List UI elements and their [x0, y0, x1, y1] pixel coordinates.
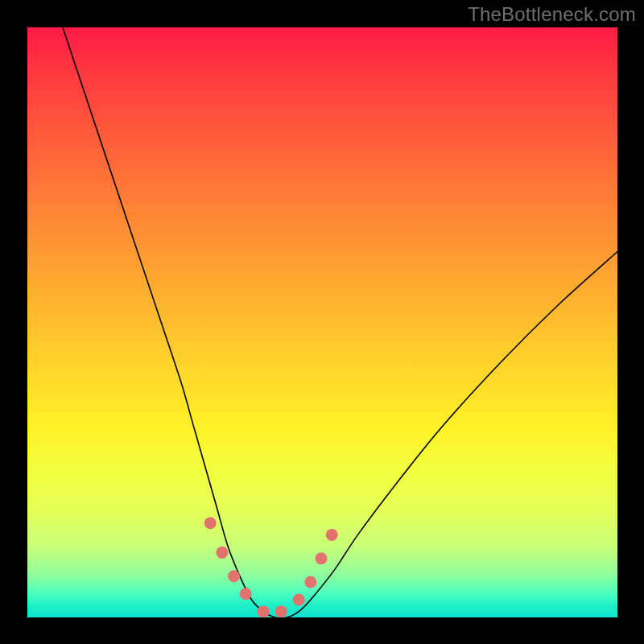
marker-group [204, 517, 338, 617]
marker-dot [293, 594, 305, 606]
marker-dot [258, 605, 270, 617]
curve-svg [27, 27, 617, 617]
marker-dot [204, 517, 217, 529]
marker-dot [326, 529, 338, 541]
chart-frame: TheBottleneck.com [0, 0, 644, 644]
marker-dot [228, 570, 240, 582]
bottleneck-curve [63, 27, 617, 617]
marker-dot [216, 547, 228, 559]
plot-area [27, 27, 617, 617]
watermark-text: TheBottleneck.com [468, 3, 636, 26]
marker-dot [304, 576, 316, 588]
marker-dot [275, 605, 287, 617]
marker-dot [316, 552, 328, 564]
marker-dot [240, 588, 252, 600]
